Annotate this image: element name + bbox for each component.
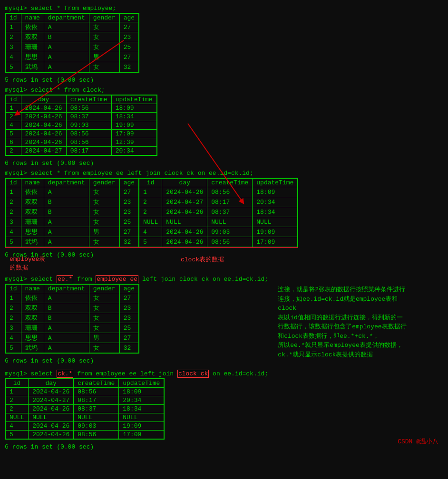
table-cell: 17:09 <box>111 130 156 138</box>
table-cell: 思思 <box>21 52 44 62</box>
table-cell: 09:03 <box>74 422 119 431</box>
table-cell: 5 <box>6 237 21 247</box>
table-cell: 5 <box>139 237 162 247</box>
clock-ck-highlight: clock ck <box>177 370 209 378</box>
col-header-updateTime: updateTime <box>111 96 156 104</box>
table-cell: 依依 <box>21 22 44 32</box>
table-cell: B <box>44 197 89 207</box>
table-cell: 双双 <box>21 303 44 313</box>
table-cell: 09:03 <box>66 121 111 130</box>
table-row: 42024-04-2609:0319:09 <box>6 422 164 431</box>
table-cell: 23 <box>119 197 139 207</box>
col-header-age: age <box>119 14 138 22</box>
table-cell: 32 <box>119 343 138 353</box>
table-cell: 18:34 <box>119 405 164 413</box>
table-cell: 女 <box>89 42 119 52</box>
table-row: 3珊珊A女25 <box>6 42 139 52</box>
table-cell: 17:09 <box>253 237 298 247</box>
prompt-5: mysql> select ck.* from employee ee left… <box>5 370 443 377</box>
table-cell: B <box>44 32 89 42</box>
col-header-joined-2: department <box>44 179 89 187</box>
table-cell: 08:56 <box>74 431 119 439</box>
table-ee-star: idnamedepartmentgenderage 1依依A女272双双B女23… <box>5 284 139 354</box>
table-cell: 2 <box>6 396 29 405</box>
col-header-gender: gender <box>89 14 119 22</box>
table-cell: 27 <box>119 187 139 197</box>
table-cell: 2024-04-27 <box>29 396 74 405</box>
table-cell: A <box>44 227 89 237</box>
table-cell: 18:34 <box>253 207 298 217</box>
table-cell: 2024-04-26 <box>21 113 66 121</box>
table-cell: NULL <box>74 413 119 422</box>
table-cell: 2 <box>6 303 21 313</box>
table-cell: 08:37 <box>74 405 119 413</box>
table-row: 22024-04-2708:1720:34 <box>6 147 157 155</box>
table-cell: 2 <box>6 405 29 413</box>
table-cell: 1 <box>6 388 29 396</box>
table-cell: 双双 <box>21 207 44 217</box>
col-header-id: id <box>6 285 21 293</box>
table-cell: 23 <box>119 303 138 313</box>
table-cell: 3 <box>6 217 21 227</box>
table-cell: 4 <box>139 227 162 237</box>
table-cell: B <box>44 313 89 323</box>
table-row: 3珊珊A女25NULLNULLNULLNULL <box>6 217 298 227</box>
ck-star-highlight: ck.* <box>57 370 73 378</box>
table-cell: 09:03 <box>207 227 253 237</box>
col-header-id: id <box>6 14 21 22</box>
table-cell: A <box>44 217 89 227</box>
table-cell: NULL <box>6 413 29 422</box>
table-row: 2双双B女2322024-04-2608:3718:34 <box>6 207 298 217</box>
table-cell: A <box>44 323 89 333</box>
table-row: 12024-04-2608:5618:09 <box>6 388 164 396</box>
table-row: 5武坞A女3252024-04-2608:5617:09 <box>6 237 298 247</box>
table-cell: 女 <box>89 217 119 227</box>
table-row: 4思思A男27 <box>6 333 139 343</box>
table-row: 4思思A男2742024-04-2609:0319:09 <box>6 227 298 237</box>
table-row: 12024-04-2608:5618:09 <box>6 104 157 113</box>
table-cell: 19:09 <box>253 227 298 237</box>
table-cell: 08:56 <box>74 388 119 396</box>
table-cell: 25 <box>119 217 139 227</box>
table-cell: 19:09 <box>119 422 164 431</box>
table-row: 2双双B女23 <box>6 32 139 42</box>
table-cell: 女 <box>89 187 119 197</box>
table-cell: 4 <box>6 121 21 130</box>
table-row: 52024-04-2608:5617:09 <box>6 431 164 439</box>
table-cell: 1 <box>6 22 21 32</box>
table-cell: 1 <box>139 187 162 197</box>
table-cell: 19:09 <box>111 121 156 130</box>
table-cell: 17:09 <box>119 431 164 439</box>
table-row: 22024-04-2608:3718:34 <box>6 405 164 413</box>
table-cell: 女 <box>89 293 119 303</box>
table-cell: 武坞 <box>21 62 44 72</box>
col-header-updateTime: updateTime <box>119 379 164 388</box>
table-cell: 珊珊 <box>21 217 44 227</box>
table-cell: 2024-04-27 <box>162 197 207 207</box>
table-row: 2双双B女2322024-04-2708:1720:34 <box>6 197 298 207</box>
table-cell: 32 <box>119 237 139 247</box>
table-cell: 双双 <box>21 313 44 323</box>
table-cell: 女 <box>89 22 119 32</box>
table-cell: 2024-04-26 <box>162 187 207 197</box>
table-cell: A <box>44 22 89 32</box>
table-cell: 2024-04-26 <box>162 207 207 217</box>
table-cell: 男 <box>89 227 119 237</box>
table-cell: 27 <box>119 293 138 303</box>
col-header-createTime: createTime <box>66 96 111 104</box>
table-cell: 依依 <box>21 293 44 303</box>
col-header-joined-8: updateTime <box>253 179 298 187</box>
table-cell: 2024-04-26 <box>29 405 74 413</box>
table-cell: 女 <box>89 323 119 333</box>
prompt-2: mysql> select * from clock; <box>5 86 443 94</box>
table-cell: 2024-04-26 <box>162 237 207 247</box>
col-header-age: age <box>119 285 138 293</box>
table-row: 62024-04-2608:5612:39 <box>6 138 157 147</box>
col-header-joined-3: gender <box>89 179 119 187</box>
table-cell: 双双 <box>21 32 44 42</box>
watermark: CSDN @温小八 <box>398 437 438 446</box>
result-4: 6 rows in set (0.00 sec) <box>5 357 268 364</box>
table-cell: 4 <box>6 422 29 431</box>
table-cell: 20:34 <box>111 147 156 155</box>
table-cell: 4 <box>6 52 21 62</box>
